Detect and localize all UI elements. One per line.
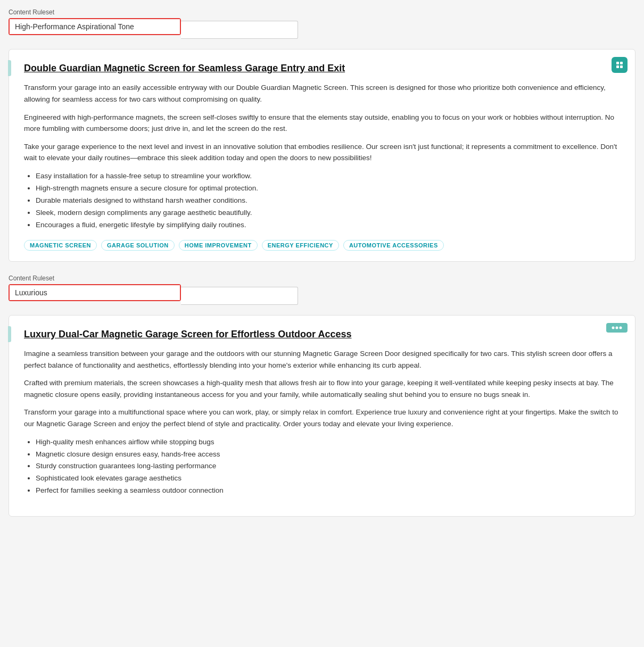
ruleset-extra-input-1[interactable] (181, 21, 298, 39)
ruleset-input-row-1 (9, 18, 635, 42)
card-accent-2 (8, 326, 11, 342)
tag-garage-solution[interactable]: GARAGE SOLUTION (101, 240, 175, 251)
svg-point-6 (620, 326, 622, 329)
list-item: Sophisticated look elevates garage aesth… (36, 472, 620, 485)
list-item: High-strength magnets ensure a secure cl… (36, 183, 620, 195)
ruleset-input-1[interactable] (10, 19, 180, 34)
list-item: Perfect for families seeking a seamless … (36, 485, 620, 497)
card-action-btn-2[interactable] (606, 323, 628, 333)
list-item: Easy installation for a hassle-free setu… (36, 170, 620, 183)
ruleset-extra-input-2[interactable] (181, 287, 298, 305)
ruleset-label-2: Content Ruleset (9, 275, 635, 282)
card-1-title: Double Guardian Magnetic Screen for Seam… (24, 62, 620, 74)
svg-rect-0 (616, 62, 619, 64)
list-item: Sturdy construction guarantees long-last… (36, 460, 620, 472)
ruleset-input-wrapper-2 (9, 284, 181, 301)
card-1-para-3: Take your garage experience to the next … (24, 141, 620, 164)
dots-icon-2 (611, 326, 623, 330)
card-1-para-1: Transform your garage into an easily acc… (24, 82, 620, 105)
card-2-para-2: Crafted with premium materials, the scre… (24, 377, 620, 400)
card-1-bullets: Easy installation for a hassle-free setu… (36, 170, 620, 231)
tag-home-improvement[interactable]: HOME IMPROVEMENT (179, 240, 258, 251)
list-item: Sleek, modern design compliments any gar… (36, 207, 620, 219)
tag-magnetic-screen[interactable]: MAGNETIC SCREEN (24, 240, 97, 251)
list-item: Magnetic closure design ensures easy, ha… (36, 449, 620, 461)
card-action-btn-1[interactable] (612, 57, 628, 73)
svg-rect-1 (620, 62, 623, 64)
card-2-para-1: Imagine a seamless transition between yo… (24, 348, 620, 371)
section-1: Content Ruleset Double Guardian Magnetic… (9, 9, 635, 262)
list-item: Durable materials designed to withstand … (36, 195, 620, 207)
tag-automotive-accessories[interactable]: AUTOMOTIVE ACCESSORIES (343, 240, 444, 251)
ruleset-input-row-2 (9, 284, 635, 308)
list-item: Encourages a fluid, energetic lifestyle … (36, 219, 620, 231)
card-2: Luxury Dual-Car Magnetic Garage Screen f… (9, 315, 635, 517)
svg-rect-2 (616, 65, 619, 68)
tag-energy-efficiency[interactable]: ENERGY EFFICIENCY (262, 240, 339, 251)
card-1: Double Guardian Magnetic Screen for Seam… (9, 49, 635, 262)
grid-icon-1 (615, 61, 624, 69)
svg-point-5 (616, 326, 618, 329)
ruleset-input-2[interactable] (10, 285, 180, 300)
tags-row-1: MAGNETIC SCREEN GARAGE SOLUTION HOME IMP… (24, 240, 620, 251)
page-container: Content Ruleset Double Guardian Magnetic… (0, 0, 644, 538)
ruleset-input-wrapper-1 (9, 18, 181, 35)
card-2-title: Luxury Dual-Car Magnetic Garage Screen f… (24, 328, 620, 341)
list-item: High-quality mesh enhances airflow while… (36, 436, 620, 449)
card-accent-1 (8, 60, 11, 76)
svg-point-4 (612, 326, 615, 329)
card-1-para-2: Engineered with high-performance magnets… (24, 112, 620, 135)
svg-rect-3 (620, 65, 623, 68)
ruleset-label-1: Content Ruleset (9, 9, 635, 16)
card-2-bullets: High-quality mesh enhances airflow while… (36, 436, 620, 497)
card-2-para-3: Transform your garage into a multifuncti… (24, 407, 620, 429)
section-2: Content Ruleset Luxury Dual-Car Magnetic… (9, 275, 635, 517)
